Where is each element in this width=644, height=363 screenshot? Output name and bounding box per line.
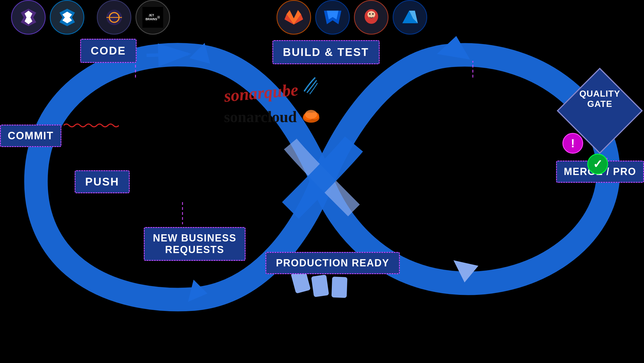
sonarqube-signal-icon	[299, 75, 321, 97]
commit-label: COMMIT	[0, 125, 61, 147]
gitlab-icon	[277, 0, 311, 35]
main-canvas: JETBRAINS≡ CODE BUILD & TEST PUSH NEW BU…	[0, 0, 644, 363]
jetbrains-icon: JETBRAINS≡	[135, 0, 170, 35]
sonarcloud-icon	[301, 107, 324, 125]
vscode-purple-icon	[11, 0, 46, 35]
squiggle-decoration	[64, 121, 119, 130]
svg-point-39	[305, 110, 317, 119]
new-business-label: NEW BUSINESSREQUESTS	[144, 227, 246, 261]
push-label: PUSH	[75, 170, 130, 193]
svg-point-33	[372, 13, 374, 15]
quality-gate-label: QUALITYGATE	[564, 89, 636, 109]
error-status-icon: !	[562, 133, 583, 154]
azure-icon	[393, 0, 427, 35]
jenkins-icon	[354, 0, 389, 35]
build-test-label: BUILD & TEST	[272, 40, 380, 64]
svg-point-32	[369, 13, 371, 15]
vscode-blue-icon	[50, 0, 84, 35]
svg-rect-8	[332, 277, 348, 298]
svg-rect-7	[311, 274, 329, 297]
bitbucket-icon	[315, 0, 350, 35]
svg-point-31	[367, 11, 375, 18]
sonarcloud-brand: sonarcloud	[224, 108, 297, 126]
success-status-icon: ✓	[587, 154, 608, 174]
eclipse-icon	[97, 0, 131, 35]
production-ready-label: PRODUCTION READY	[265, 252, 400, 274]
code-label: CODE	[80, 39, 137, 63]
